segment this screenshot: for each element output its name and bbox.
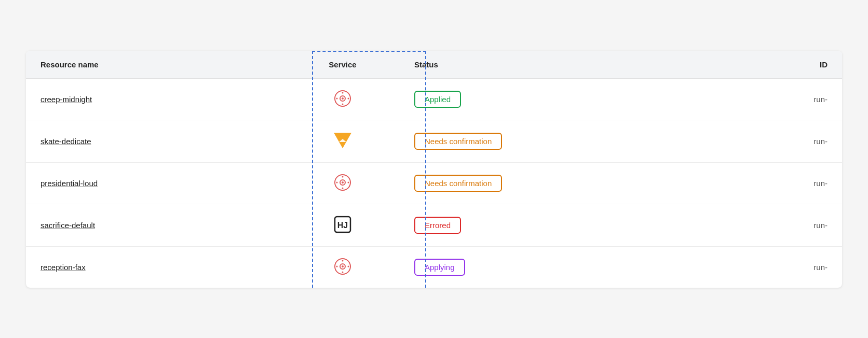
svg-point-24 xyxy=(342,271,344,273)
col-header-resource-name: Resource name xyxy=(26,51,286,79)
table-row: skate-dedicate Needs confirmationrun- xyxy=(26,120,842,162)
col-header-status: Status xyxy=(400,51,607,79)
vault-service-icon xyxy=(333,132,352,149)
id-cell: run- xyxy=(607,204,842,246)
svg-point-2 xyxy=(342,97,344,100)
status-badge: Errored xyxy=(414,217,461,234)
svg-text:HJ: HJ xyxy=(337,221,348,230)
resource-name-link[interactable]: reception-fax xyxy=(40,263,86,272)
svg-point-23 xyxy=(342,260,344,261)
svg-point-11 xyxy=(342,181,344,184)
service-cell: HJ xyxy=(286,204,400,246)
svg-point-4 xyxy=(348,97,349,99)
status-badge: Needs confirmation xyxy=(414,175,502,192)
svg-point-13 xyxy=(348,181,349,183)
resource-name-cell: creep-midnight xyxy=(26,78,286,120)
svg-point-15 xyxy=(342,187,344,189)
svg-point-6 xyxy=(342,103,344,105)
resource-name-cell: sacrifice-default xyxy=(26,204,286,246)
hashicorp-icon: HJ xyxy=(334,216,351,233)
circleci-icon xyxy=(334,258,351,275)
resource-name-cell: presidential-loud xyxy=(26,162,286,204)
vault-icon xyxy=(333,132,352,149)
status-cell: Applying xyxy=(400,246,607,288)
table-container: Resource name Service Status ID creep-mi… xyxy=(26,51,842,288)
resource-name-link[interactable]: sacrifice-default xyxy=(40,221,95,230)
svg-point-22 xyxy=(348,265,349,267)
status-cell: Needs confirmation xyxy=(400,162,607,204)
status-badge: Applied xyxy=(414,91,461,108)
resource-name-cell: skate-dedicate xyxy=(26,120,286,162)
table-row: creep-midnight Appliedrun- xyxy=(26,78,842,120)
circleci-icon xyxy=(334,174,351,191)
svg-point-12 xyxy=(336,181,338,183)
id-cell: run- xyxy=(607,162,842,204)
id-cell: run- xyxy=(607,246,842,288)
hashicorp-service-icon: HJ xyxy=(334,216,351,233)
resource-name-cell: reception-fax xyxy=(26,246,286,288)
circleci-service-icon xyxy=(334,258,351,275)
status-badge: Needs confirmation xyxy=(414,133,502,150)
svg-point-5 xyxy=(342,92,344,93)
col-header-service: Service xyxy=(286,51,400,79)
table-row: sacrifice-default HJ Erroredrun- xyxy=(26,204,842,246)
circleci-service-icon xyxy=(334,90,351,107)
table-row: reception-fax Applyingrun- xyxy=(26,246,842,288)
service-cell xyxy=(286,120,400,162)
circleci-service-icon xyxy=(334,174,351,191)
table-wrapper: Resource name Service Status ID creep-mi… xyxy=(26,51,842,288)
col-header-id: ID xyxy=(607,51,842,79)
status-cell: Needs confirmation xyxy=(400,120,607,162)
circleci-icon xyxy=(334,90,351,107)
svg-point-3 xyxy=(336,97,338,99)
table-header-row: Resource name Service Status ID xyxy=(26,51,842,79)
status-badge: Applying xyxy=(414,259,465,276)
status-cell: Applied xyxy=(400,78,607,120)
service-cell xyxy=(286,246,400,288)
resource-name-link[interactable]: skate-dedicate xyxy=(40,137,91,146)
id-cell: run- xyxy=(607,120,842,162)
svg-point-14 xyxy=(342,176,344,177)
service-cell xyxy=(286,78,400,120)
svg-point-20 xyxy=(342,265,344,267)
service-cell xyxy=(286,162,400,204)
resource-name-link[interactable]: creep-midnight xyxy=(40,95,92,104)
resource-table: Resource name Service Status ID creep-mi… xyxy=(26,51,842,288)
status-cell: Errored xyxy=(400,204,607,246)
resource-name-link[interactable]: presidential-loud xyxy=(40,179,98,188)
svg-point-21 xyxy=(336,265,338,267)
table-row: presidential-loud Needs confirmationrun- xyxy=(26,162,842,204)
id-cell: run- xyxy=(607,78,842,120)
